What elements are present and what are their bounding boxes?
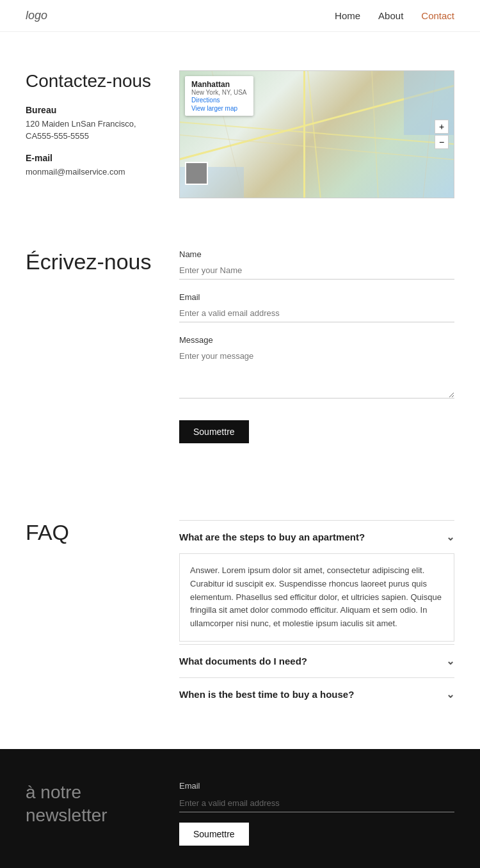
message-textarea[interactable] (179, 347, 454, 398)
svg-line-3 (372, 71, 378, 198)
form-section: Écrivez-nous Name Email Message Soumettr… (0, 237, 480, 482)
faq-question-2[interactable]: What documents do I need? ⌄ (179, 645, 454, 677)
nav-home[interactable]: Home (335, 10, 360, 21)
newsletter-email-input[interactable] (179, 794, 454, 812)
faq-question-1-text: What are the steps to buy an apartment? (179, 532, 365, 542)
contact-heading: Contactez-nous (26, 70, 154, 92)
nav-links: Home About Contact (335, 10, 454, 21)
faq-answer-1: Answer. Lorem ipsum dolor sit amet, cons… (179, 553, 454, 642)
faq-section: FAQ What are the steps to buy an apartme… (0, 482, 480, 749)
chevron-down-icon-2: ⌄ (446, 655, 454, 667)
newsletter-heading-top: à notre (26, 782, 81, 802)
map-view-larger-link[interactable]: View larger map (191, 105, 247, 112)
faq-question-3-text: When is the best time to buy a house? (179, 689, 354, 700)
nav-about[interactable]: About (378, 10, 403, 21)
map-container: Manhattan New York, NY, USA Directions V… (179, 70, 454, 198)
map-directions-link[interactable]: Directions (191, 97, 220, 104)
faq-question-1[interactable]: What are the steps to buy an apartment? … (179, 521, 454, 553)
map-zoom-in[interactable]: + (435, 120, 449, 134)
form-heading: Écrivez-nous (26, 249, 154, 274)
form-title-block: Écrivez-nous (26, 249, 154, 274)
message-label: Message (179, 335, 454, 345)
contact-section: Contactez-nous Bureau 120 Maiden LnSan F… (0, 32, 480, 237)
faq-question-2-text: What documents do I need? (179, 656, 307, 667)
faq-item-1: What are the steps to buy an apartment? … (179, 520, 454, 642)
bureau-value: 120 Maiden LnSan Francisco, CA555-555-55… (26, 118, 154, 143)
faq-heading: FAQ (26, 520, 154, 545)
navbar: logo Home About Contact (0, 0, 480, 32)
name-label: Name (179, 249, 454, 259)
contact-info: Contactez-nous Bureau 120 Maiden LnSan F… (26, 70, 154, 188)
map-zoom-controls: + − (435, 120, 449, 149)
logo: logo (26, 9, 47, 22)
map-label-box: Manhattan New York, NY, USA Directions V… (185, 76, 253, 116)
map-bottom-bar: Keyboard shortcuts Map data ©2023 Google… (180, 198, 454, 198)
map-image: Manhattan New York, NY, USA Directions V… (180, 71, 454, 198)
message-field-group: Message (179, 335, 454, 401)
faq-item-3: When is the best time to buy a house? ⌄ (179, 677, 454, 711)
chevron-down-icon-1: ⌄ (446, 531, 454, 543)
newsletter-email-label: Email (179, 781, 454, 791)
email-label: E-mail (26, 153, 154, 163)
newsletter-title-block: à notre newsletter (26, 781, 154, 828)
email-field-group: Email (179, 292, 454, 322)
newsletter-heading: à notre newsletter (26, 781, 154, 828)
contact-form: Name Email Message Soumettre (179, 249, 454, 443)
name-input[interactable] (179, 262, 454, 280)
email-input[interactable] (179, 304, 454, 322)
newsletter-section: à notre newsletter Email Soumettre (0, 749, 480, 868)
name-field-group: Name (179, 249, 454, 280)
faq-item-2: What documents do I need? ⌄ (179, 644, 454, 677)
map-place-sub: New York, NY, USA (191, 89, 247, 96)
svg-line-2 (308, 71, 321, 198)
faq-question-3[interactable]: When is the best time to buy a house? ⌄ (179, 678, 454, 711)
newsletter-form: Email Soumettre (179, 781, 454, 846)
map-place-name: Manhattan (191, 80, 247, 89)
map[interactable]: Manhattan New York, NY, USA Directions V… (179, 70, 454, 198)
map-thumbnail (185, 162, 208, 185)
form-submit-button[interactable]: Soumettre (179, 420, 249, 443)
email-value: monmail@mailservice.com (26, 166, 154, 178)
faq-title-block: FAQ (26, 520, 154, 545)
faq-list: What are the steps to buy an apartment? … (179, 520, 454, 711)
newsletter-heading-bottom: newsletter (26, 805, 108, 825)
email-label-form: Email (179, 292, 454, 302)
newsletter-submit-button[interactable]: Soumettre (179, 823, 249, 846)
bureau-label: Bureau (26, 105, 154, 115)
map-zoom-out[interactable]: − (435, 135, 449, 149)
nav-contact[interactable]: Contact (421, 10, 454, 21)
chevron-down-icon-3: ⌄ (446, 688, 454, 700)
